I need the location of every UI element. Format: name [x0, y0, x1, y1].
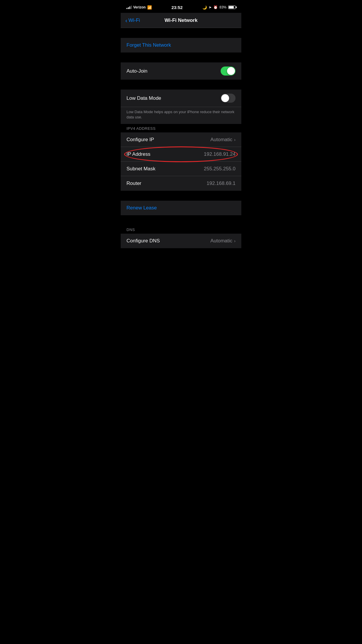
page-title: Wi-Fi Network [164, 18, 197, 23]
configure-dns-row[interactable]: Configure DNS Automatic › [121, 234, 241, 248]
ip-address-value: 192.168.91.24 [204, 151, 236, 157]
wifi-icon: 📶 [147, 5, 152, 10]
bar2 [128, 7, 129, 9]
auto-join-toggle-thumb [227, 67, 235, 75]
carrier-label: Verizon [133, 5, 146, 9]
signal-bars-icon [126, 6, 132, 9]
dns-section: Configure DNS Automatic › [121, 234, 241, 248]
gap-5 [121, 215, 241, 225]
gap-3 [121, 80, 241, 90]
subnet-mask-value: 255.255.255.0 [204, 166, 236, 172]
low-data-row: Low Data Mode [121, 90, 241, 107]
configure-ip-value-text: Automatic [210, 137, 233, 143]
router-row: Router 192.168.69.1 [121, 176, 241, 191]
forget-network-row[interactable]: Forget This Network [121, 38, 241, 52]
auto-join-toggle[interactable] [221, 66, 236, 76]
battery-icon [228, 6, 236, 9]
status-time: 23:52 [171, 5, 182, 10]
ipv4-section-header: IPV4 ADDRESS [121, 124, 241, 132]
low-data-section: Low Data Mode Low Data Mode helps apps o… [121, 90, 241, 124]
low-data-toggle[interactable] [221, 94, 236, 103]
configure-ip-label: Configure IP [126, 137, 154, 143]
bar1 [126, 8, 127, 9]
content: Forget This Network Auto-Join Low Data M… [121, 28, 241, 248]
status-right: 🌙 ➤ ⏰ 83% [202, 5, 236, 10]
gap-4 [121, 191, 241, 201]
back-chevron-icon: ‹ [125, 18, 127, 23]
renew-lease-section: Renew Lease [121, 201, 241, 215]
back-label: Wi-Fi [129, 18, 140, 23]
location-icon: ➤ [209, 5, 212, 9]
auto-join-row: Auto-Join [121, 62, 241, 80]
ipv4-section: Configure IP Automatic › IP Address 192.… [121, 132, 241, 191]
configure-dns-label: Configure DNS [126, 238, 160, 244]
chevron-right-icon: › [234, 137, 236, 142]
bar4 [131, 6, 132, 9]
configure-ip-row[interactable]: Configure IP Automatic › [121, 132, 241, 147]
renew-lease-label: Renew Lease [126, 205, 157, 211]
subnet-mask-label: Subnet Mask [126, 166, 155, 172]
subnet-mask-value-text: 255.255.255.0 [204, 166, 236, 172]
ip-address-value-text: 192.168.91.24 [204, 151, 236, 157]
chevron-right-dns-icon: › [234, 239, 236, 243]
back-button[interactable]: ‹ Wi-Fi [125, 18, 140, 23]
alarm-icon: ⏰ [213, 5, 218, 9]
renew-lease-row[interactable]: Renew Lease [121, 201, 241, 215]
configure-dns-value: Automatic › [210, 238, 236, 244]
nav-header: ‹ Wi-Fi Wi-Fi Network [121, 13, 241, 28]
low-data-label: Low Data Mode [126, 95, 161, 101]
gap-1 [121, 28, 241, 38]
dns-section-header: DNS [121, 225, 241, 234]
auto-join-label: Auto-Join [126, 68, 147, 74]
subnet-mask-row: Subnet Mask 255.255.255.0 [121, 162, 241, 176]
moon-icon: 🌙 [202, 5, 207, 10]
low-data-toggle-thumb [221, 94, 229, 102]
status-bar: Verizon 📶 23:52 🌙 ➤ ⏰ 83% [121, 0, 241, 13]
status-left: Verizon 📶 [126, 5, 152, 10]
forget-network-label: Forget This Network [126, 42, 171, 48]
ip-address-label: IP Address [126, 151, 150, 157]
configure-ip-value: Automatic › [210, 137, 236, 143]
forget-network-section: Forget This Network [121, 38, 241, 52]
auto-join-section: Auto-Join [121, 62, 241, 80]
gap-2 [121, 52, 241, 62]
router-label: Router [126, 181, 141, 186]
battery-percent: 83% [219, 5, 226, 9]
configure-dns-value-text: Automatic [210, 238, 233, 244]
router-value: 192.168.69.1 [207, 181, 236, 186]
bar3 [129, 6, 130, 9]
low-data-description: Low Data Mode helps apps on your iPhone … [121, 107, 241, 124]
router-value-text: 192.168.69.1 [207, 181, 236, 186]
ip-address-row: IP Address 192.168.91.24 [121, 147, 241, 162]
